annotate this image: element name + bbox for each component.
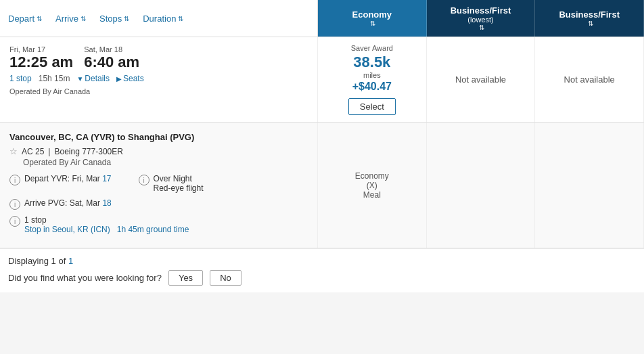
displaying-count: 1	[68, 256, 73, 266]
col-business-lowest-title: Business/First	[451, 5, 511, 16]
detail-business-col	[535, 123, 644, 248]
overnight-item: i Over Night Red-eye flight	[139, 174, 204, 193]
sort-arrive-label: Arrive	[55, 14, 78, 24]
seats-link[interactable]: ▶ Seats	[116, 74, 144, 83]
flight-info-section: Fri, Mar 17 12:25 am Sat, Mar 18 6:40 am…	[0, 37, 318, 122]
detail-route: Vancouver, BC, CA (YVR) to Shanghai (PVG…	[9, 132, 308, 142]
arrive-date-bold: 18	[102, 198, 111, 208]
col-business-lowest-arrows: ⇅	[479, 24, 484, 31]
miles-label: miles	[363, 71, 381, 79]
depart-date-label: Fri, Mar 17	[9, 45, 73, 53]
detail-meal: Meal	[363, 190, 381, 200]
depart-time: 12:25 am	[9, 53, 73, 71]
header-row: Depart ⇅ Arrive ⇅ Stops ⇅ Duration ⇅ Eco…	[0, 0, 644, 37]
arrive-info-icon: i	[9, 199, 20, 210]
aircraft: Boeing 777-300ER	[54, 147, 122, 156]
col-business-title: Business/First	[559, 9, 620, 20]
depart-label: Depart YVR: Fri, Mar	[24, 174, 100, 183]
col-economy-arrows: ⇅	[370, 20, 375, 27]
stop-info-icon: i	[9, 216, 20, 227]
arrive-date-label: Sat, Mar 18	[84, 45, 139, 53]
seats-label: Seats	[123, 74, 144, 83]
miles-amount: 38.5k	[353, 53, 390, 71]
yes-button[interactable]: Yes	[168, 270, 203, 286]
detail-inner: Vancouver, BC, CA (YVR) to Shanghai (PVG…	[0, 123, 644, 248]
sort-arrive[interactable]: Arrive ⇅	[55, 14, 86, 24]
select-button[interactable]: Select	[348, 98, 396, 115]
arrive-time-item: i Arrive PVG: Sat, Mar 18	[9, 198, 112, 210]
flight-num: AC 25	[22, 147, 44, 156]
arrive-times: i Arrive PVG: Sat, Mar 18	[9, 198, 308, 210]
detail-operated: Operated By Air Canada	[23, 158, 308, 167]
depart-date-bold: 17	[102, 174, 111, 183]
depart-time-text: Depart YVR: Fri, Mar 17	[24, 174, 112, 183]
overnight-info-icon: i	[139, 175, 150, 185]
detail-economy-col: Economy (X) Meal	[318, 123, 427, 248]
arrive-date-block: Sat, Mar 18 6:40 am	[84, 45, 139, 71]
sort-duration-arrows: ⇅	[178, 15, 183, 22]
details-label: Details	[85, 74, 110, 83]
no-button[interactable]: No	[210, 270, 242, 286]
stops-badge: 1 stop	[9, 74, 32, 83]
detail-flight-num: ☆ AC 25 | Boeing 777-300ER	[9, 146, 308, 156]
business-price-col: Not available	[535, 37, 644, 122]
detail-economy-class: Economy	[355, 171, 389, 181]
col-business-header[interactable]: Business/First ⇅	[535, 0, 644, 37]
redeye-label: Red-eye flight	[154, 183, 204, 193]
col-business-arrows: ⇅	[588, 20, 593, 27]
sort-stops[interactable]: Stops ⇅	[99, 14, 129, 24]
stop-location-link[interactable]: Stop in Seoul, KR (ICN)	[24, 225, 110, 234]
flight-dates: Fri, Mar 17 12:25 am Sat, Mar 18 6:40 am	[9, 45, 308, 71]
stop-info-text: 1 stop Stop in Seoul, KR (ICN) 1h 45m gr…	[24, 215, 189, 234]
sort-stops-arrows: ⇅	[124, 15, 129, 22]
separator: |	[48, 147, 50, 156]
sort-section: Depart ⇅ Arrive ⇅ Stops ⇅ Duration ⇅	[0, 0, 318, 37]
main-container: Depart ⇅ Arrive ⇅ Stops ⇅ Duration ⇅ Eco…	[0, 0, 644, 292]
detail-stop: i 1 stop Stop in Seoul, KR (ICN) 1h 45m …	[9, 215, 308, 234]
cash-amount: +$40.47	[352, 81, 392, 93]
saver-award-label: Saver Award	[351, 44, 393, 52]
stop-ground-time: 1h 45m ground time	[117, 225, 189, 234]
stop-count-label: 1 stop	[24, 215, 189, 225]
depart-date-block: Fri, Mar 17 12:25 am	[9, 45, 73, 71]
duration-text: 15h 15m	[39, 74, 70, 83]
business-not-available: Not available	[564, 74, 615, 85]
footer-section: Displaying 1 of 1 Did you find what you …	[0, 248, 644, 292]
overnight-text: Over Night Red-eye flight	[154, 174, 204, 193]
details-link[interactable]: ▼ Details	[76, 74, 110, 83]
detail-section: Vancouver, BC, CA (YVR) to Shanghai (PVG…	[0, 123, 644, 248]
star-icon: ☆	[9, 146, 18, 156]
arrive-label: Arrive PVG: Sat, Mar	[24, 198, 100, 208]
detail-flight-info: Vancouver, BC, CA (YVR) to Shanghai (PVG…	[0, 123, 318, 248]
economy-price-col: Saver Award 38.5k miles +$40.47 Select	[318, 37, 427, 122]
operated-by: Operated By Air Canada	[9, 87, 308, 95]
col-economy-header[interactable]: Economy ⇅	[318, 0, 427, 37]
overnight-label: Over Night	[154, 174, 204, 183]
displaying-label: Displaying 1 of	[8, 256, 66, 266]
col-business-lowest-header[interactable]: Business/First (lowest) ⇅	[427, 0, 536, 37]
sort-arrive-arrows: ⇅	[80, 15, 86, 22]
flight-middle: 1 stop 15h 15m ▼ Details ▶ Seats	[9, 74, 308, 83]
sort-stops-label: Stops	[99, 14, 122, 24]
depart-info-icon: i	[9, 175, 20, 185]
col-business-lowest-sub: (lowest)	[467, 16, 494, 24]
arrive-time: 6:40 am	[84, 53, 139, 71]
feedback-row: Did you find what you were looking for? …	[8, 270, 636, 286]
depart-time-item: i Depart YVR: Fri, Mar 17	[9, 174, 112, 193]
detail-fare-code: (X)	[367, 181, 377, 190]
arrive-time-text: Arrive PVG: Sat, Mar 18	[24, 198, 112, 208]
sort-depart-label: Depart	[8, 14, 34, 24]
feedback-question: Did you find what you were looking for?	[8, 273, 162, 283]
business-lowest-not-available: Not available	[455, 74, 506, 85]
sort-depart-arrows: ⇅	[37, 15, 42, 22]
sort-depart[interactable]: Depart ⇅	[8, 14, 42, 24]
displaying-text: Displaying 1 of 1	[8, 256, 636, 266]
col-economy-title: Economy	[352, 9, 392, 20]
sort-duration-label: Duration	[143, 14, 176, 24]
detail-business-lowest-col	[427, 123, 536, 248]
flight-row: Fri, Mar 17 12:25 am Sat, Mar 18 6:40 am…	[0, 37, 644, 123]
business-lowest-price-col: Not available	[427, 37, 536, 122]
detail-times: i Depart YVR: Fri, Mar 17 i Over Night R…	[9, 174, 308, 193]
sort-duration[interactable]: Duration ⇅	[143, 14, 183, 24]
